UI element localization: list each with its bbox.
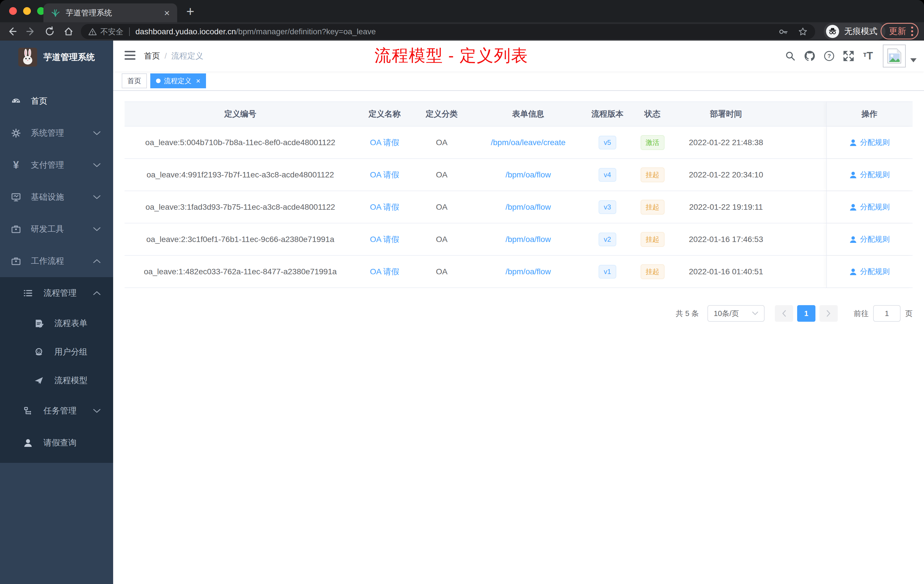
table-row: oa_leave:4:991f2193-7b7f-11ec-a3c8-acde4…: [125, 159, 912, 191]
cell-definition-name-link[interactable]: OA 请假: [356, 202, 413, 213]
browser-window: 芋道管理系统 × + 不安全 dashboard.yudao.iocoder.c…: [0, 0, 924, 584]
sidebar-item-workflow[interactable]: 工作流程: [0, 245, 113, 277]
cell-definition-name-link[interactable]: OA 请假: [356, 170, 413, 180]
navbar-actions: ? тT: [780, 41, 924, 71]
status-badge: 挂起: [640, 264, 665, 279]
tag-process-definition[interactable]: 流程定义 ×: [150, 73, 206, 88]
url-path: /bpm/manager/definition?key=oa_leave: [236, 27, 376, 36]
version-badge: v4: [599, 168, 616, 182]
breadcrumb: 首页 / 流程定义: [144, 41, 203, 71]
hamburger-icon[interactable]: [125, 51, 135, 60]
sidebar-logo[interactable]: 芋道管理系统: [0, 41, 113, 74]
chevron-up-icon: [93, 291, 101, 295]
user-icon: [23, 438, 33, 448]
tag-home[interactable]: 首页: [122, 73, 147, 88]
total-count: 共 5 条: [676, 308, 699, 318]
assign-rule-link[interactable]: 分配规则: [849, 202, 890, 212]
cell-form-link[interactable]: /bpm/oa/leave/create: [470, 138, 586, 147]
new-tab-button[interactable]: +: [186, 3, 194, 19]
chrome-update-button[interactable]: 更新: [881, 23, 919, 40]
reload-icon[interactable]: [44, 26, 55, 37]
browser-tabstrip: 芋道管理系统 × +: [0, 0, 924, 22]
broken-image-icon: [886, 48, 903, 64]
tab-close-icon[interactable]: ×: [164, 8, 170, 18]
fullscreen-icon[interactable]: [839, 50, 858, 62]
page-size-select[interactable]: 10条/页: [708, 305, 765, 322]
sidebar-item-label: 流程表单: [54, 318, 87, 329]
status-badge: 挂起: [640, 232, 665, 247]
update-label: 更新: [889, 25, 906, 37]
user-avatar[interactable]: [883, 45, 906, 68]
sidebar-item-infrastructure[interactable]: 基础设施: [0, 181, 113, 213]
cell-deploy-time: 2022-01-16 17:46:53: [676, 235, 776, 244]
help-icon[interactable]: ?: [819, 50, 839, 62]
window-close-button[interactable]: [9, 7, 17, 15]
sidebar-item-process-model[interactable]: 流程模型: [0, 366, 113, 395]
col-header-status: 状态: [629, 109, 676, 119]
cell-form-link[interactable]: /bpm/oa/flow: [470, 235, 586, 244]
font-size-icon[interactable]: тT: [858, 50, 878, 62]
sidebar-menu: 首页 系统管理 ¥ 支付管理 基础设施: [0, 85, 113, 463]
sidebar-item-devtools[interactable]: 研发工具: [0, 213, 113, 245]
sidebar-item-process-management[interactable]: 流程管理: [0, 277, 113, 309]
password-key-icon[interactable]: [779, 27, 788, 36]
back-icon[interactable]: [6, 26, 18, 37]
breadcrumb-separator: /: [165, 51, 167, 61]
address-bar[interactable]: 不安全 dashboard.yudao.iocoder.cn/bpm/manag…: [81, 24, 815, 39]
flow-icon: [23, 406, 33, 416]
avatar-caret-icon[interactable]: [910, 58, 917, 62]
gear-icon: [11, 128, 21, 138]
incognito-label: 无痕模式: [844, 26, 878, 37]
sidebar-item-label: 工作流程: [31, 256, 64, 267]
cell-category: OA: [413, 267, 470, 276]
col-header-form: 表单信息: [470, 109, 586, 119]
tag-close-icon[interactable]: ×: [196, 77, 200, 86]
tag-label: 流程定义: [164, 76, 191, 86]
col-header-time: 部署时间: [676, 109, 776, 119]
browser-tab[interactable]: 芋道管理系统 ×: [43, 3, 177, 22]
github-icon[interactable]: [800, 50, 819, 62]
sidebar-item-process-form[interactable]: 流程表单: [0, 309, 113, 338]
sidebar-item-leave-query[interactable]: 请假查询: [0, 427, 113, 459]
assign-rule-link[interactable]: 分配规则: [849, 170, 890, 180]
cell-definition-name-link[interactable]: OA 请假: [356, 266, 413, 277]
sidebar-item-user-group[interactable]: 用户分组: [0, 338, 113, 366]
macos-traffic-lights[interactable]: [9, 7, 45, 15]
sidebar-item-label: 请假查询: [43, 437, 77, 449]
not-secure-warning-icon: [88, 27, 97, 36]
assign-rule-link[interactable]: 分配规则: [849, 137, 890, 147]
version-badge: v2: [599, 233, 616, 246]
search-icon[interactable]: [780, 50, 800, 62]
forward-icon[interactable]: [25, 26, 36, 37]
cell-form-link[interactable]: /bpm/oa/flow: [470, 203, 586, 212]
sidebar-item-system[interactable]: 系统管理: [0, 117, 113, 149]
sidebar-item-home[interactable]: 首页: [0, 85, 113, 117]
cell-definition-id: oa_leave:3:1fad3d93-7b75-11ec-a3c8-acde4…: [125, 203, 356, 212]
person-icon: [849, 268, 857, 276]
definition-table: 定义编号 定义名称 定义分类 表单信息 流程版本 状态 部署时间 操作 oa_l…: [125, 101, 912, 288]
assign-rule-link[interactable]: 分配规则: [849, 234, 890, 244]
chevron-up-icon: [93, 259, 101, 264]
prev-page-button[interactable]: [775, 305, 793, 322]
svg-text:?: ?: [827, 53, 831, 59]
cell-form-link[interactable]: /bpm/oa/flow: [470, 267, 586, 276]
monitor-icon: [11, 192, 21, 202]
cell-definition-name-link[interactable]: OA 请假: [356, 137, 413, 148]
yen-icon: ¥: [11, 160, 21, 170]
breadcrumb-home[interactable]: 首页: [144, 51, 160, 61]
assign-rule-link[interactable]: 分配规则: [849, 267, 890, 277]
person-icon: [849, 139, 857, 147]
cell-definition-name-link[interactable]: OA 请假: [356, 234, 413, 245]
sidebar-item-task-management[interactable]: 任务管理: [0, 395, 113, 427]
window-minimize-button[interactable]: [23, 7, 31, 15]
next-page-button[interactable]: [819, 305, 838, 322]
active-dot: [156, 79, 160, 83]
cell-form-link[interactable]: /bpm/oa/flow: [470, 170, 586, 180]
current-page-button[interactable]: 1: [797, 305, 815, 322]
tags-view-bar: 首页 流程定义 ×: [113, 71, 924, 91]
sidebar-item-payment[interactable]: ¥ 支付管理: [0, 149, 113, 181]
goto-page-input[interactable]: 1: [873, 305, 901, 322]
browser-menu-icon[interactable]: [911, 26, 913, 36]
bookmark-star-icon[interactable]: [798, 27, 808, 36]
home-icon[interactable]: [63, 26, 74, 37]
